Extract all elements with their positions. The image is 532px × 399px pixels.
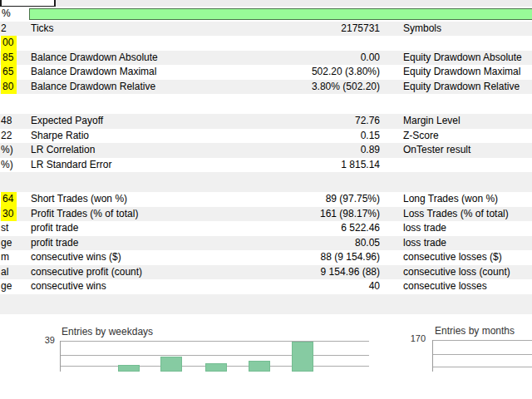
stat-value: 3.80% (502.20) xyxy=(312,80,380,95)
chart-plot-area xyxy=(432,340,532,372)
stat-label: Expected Payoff xyxy=(31,114,103,129)
stat-label: LR Standard Error xyxy=(31,158,111,173)
stat-value: 72.76 xyxy=(355,114,380,129)
stat-label: Short Trades (won %) xyxy=(31,192,127,207)
report-row[interactable]: %)LR Standard Error1 815.14 xyxy=(0,158,532,173)
report-row[interactable]: 80Balance Drawdown Relative3.80% (502.20… xyxy=(0,80,532,95)
stat-label-right: OnTester result xyxy=(403,143,470,158)
stat-label-right: Margin Level xyxy=(403,114,461,129)
stat-label: profit trade xyxy=(31,236,78,251)
stat-value: 0.15 xyxy=(361,129,380,144)
row-left-value-fragment: %) xyxy=(1,158,13,173)
histogram-bar xyxy=(205,363,227,372)
row-left-value-fragment: st xyxy=(1,221,8,236)
stat-label: consecutive wins xyxy=(31,279,106,294)
report-row[interactable]: 85Balance Drawdown Absolute0.00Equity Dr… xyxy=(0,51,532,66)
report-row[interactable]: 65Balance Drawdown Maximal502.20 (3.80%)… xyxy=(0,65,532,80)
stat-label: consecutive profit (count) xyxy=(31,265,142,280)
row-left-value-fragment: m xyxy=(1,250,9,265)
row-left-value-fragment: 00 xyxy=(1,36,17,51)
report-row[interactable]: geprofit trade80.05loss trade xyxy=(0,236,532,251)
report-row[interactable]: 48Expected Payoff72.76Margin Level xyxy=(0,114,532,129)
histogram-bar xyxy=(249,361,270,372)
stat-label: Balance Drawdown Absolute xyxy=(31,51,158,66)
stat-value: 88 (9 154.96) xyxy=(321,250,380,265)
top-toolbar-strip xyxy=(0,0,532,7)
row-left-value-fragment: 80 xyxy=(1,80,17,95)
stat-value: 161 (98.17%) xyxy=(320,207,380,222)
chart-title: Entries by weekdays xyxy=(62,326,153,337)
gridline xyxy=(433,367,532,367)
report-row[interactable]: 22Sharpe Ratio0.15Z-Score xyxy=(0,129,532,144)
stat-label-right: loss trade xyxy=(403,221,446,236)
stat-label-right: Symbols xyxy=(403,22,441,37)
row-left-value-fragment: %) xyxy=(1,143,13,158)
stat-label-right: Long Trades (won %) xyxy=(403,192,498,207)
chart-title: Entries by months xyxy=(435,325,515,337)
report-row[interactable]: mconsecutive wins ($)88 (9 154.96)consec… xyxy=(0,250,532,265)
stat-label-right: Equity Drawdown Maximal xyxy=(403,65,520,80)
row-left-value-fragment: 22 xyxy=(1,129,12,144)
gridline xyxy=(61,341,369,342)
gridline xyxy=(433,340,532,341)
stat-label-right: Equity Drawdown Relative xyxy=(403,80,520,95)
report-row[interactable] xyxy=(0,94,532,114)
stat-value: 0.89 xyxy=(361,143,380,158)
stat-label-right: consecutive losses xyxy=(403,279,487,294)
history-quality-value-fragment: % xyxy=(2,7,11,21)
y-axis-max-label: 39 xyxy=(30,335,55,345)
y-axis-max-label: 170 xyxy=(402,333,426,343)
stat-value: 40 xyxy=(369,279,380,294)
stat-value: 502.20 (3.80%) xyxy=(312,65,380,80)
stat-value: 0.00 xyxy=(361,51,380,66)
histogram-bar xyxy=(118,365,140,372)
row-left-value-fragment: 30 xyxy=(1,207,17,222)
row-left-value-fragment: 64 xyxy=(1,192,17,207)
stat-label: Balance Drawdown Maximal xyxy=(31,65,156,80)
report-row[interactable] xyxy=(0,172,532,192)
report-row[interactable]: 64Short Trades (won %)89 (97.75%)Long Tr… xyxy=(0,192,532,207)
stat-label-right: consecutive loss (count) xyxy=(403,265,510,280)
stat-label-right: Z-Score xyxy=(403,129,439,144)
stat-label: profit trade xyxy=(31,221,78,236)
stat-label: LR Correlation xyxy=(31,143,95,158)
stat-label: Balance Drawdown Relative xyxy=(31,80,155,95)
report-row[interactable]: 30Profit Trades (% of total)161 (98.17%)… xyxy=(0,207,532,222)
stat-label: Sharpe Ratio xyxy=(31,129,89,144)
stat-value: 80.05 xyxy=(355,236,380,251)
row-left-value-fragment: al xyxy=(1,265,8,280)
row-left-value-fragment: 48 xyxy=(1,114,12,129)
report-row[interactable]: 00 xyxy=(0,36,532,51)
stat-label-right: loss trade xyxy=(403,236,446,251)
stat-label: Profit Trades (% of total) xyxy=(31,207,138,222)
report-row[interactable]: alconsecutive profit (count)9 154.96 (88… xyxy=(0,265,532,280)
stat-value: 2175731 xyxy=(341,22,380,37)
stat-label-right: Equity Drawdown Absolute xyxy=(403,51,522,66)
report-row[interactable] xyxy=(0,294,532,314)
histogram-bar xyxy=(160,357,182,372)
gridline xyxy=(433,354,532,355)
history-quality-bar xyxy=(29,8,532,20)
report-row[interactable]: %)LR Correlation0.89OnTester result xyxy=(0,143,532,158)
row-left-value-fragment: 85 xyxy=(1,51,17,66)
stat-label-right: consecutive losses ($) xyxy=(403,250,502,265)
row-left-value-fragment: 65 xyxy=(1,65,17,80)
stat-label-right: Loss Trades (% of total) xyxy=(403,207,509,222)
stat-value: 9 154.96 (88) xyxy=(321,265,380,280)
history-quality-row[interactable]: % xyxy=(0,7,532,21)
report-row[interactable]: 2Ticks2175731Symbols xyxy=(0,22,532,37)
row-left-value-fragment: ge xyxy=(1,236,12,251)
report-row[interactable]: stprofit trade6 522.46loss trade xyxy=(0,221,532,236)
stat-label: Ticks xyxy=(31,22,54,37)
report-row[interactable]: geconsecutive wins40consecutive losses xyxy=(0,279,532,294)
row-left-value-fragment: 2 xyxy=(1,22,7,37)
row-left-value-fragment: ge xyxy=(1,279,12,294)
gridline xyxy=(61,355,369,356)
stat-value: 89 (97.75%) xyxy=(326,192,380,207)
histogram-bar xyxy=(292,342,313,372)
stat-label: consecutive wins ($) xyxy=(31,250,121,265)
mt5-backtest-report: % 2Ticks2175731Symbols0085Balance Drawdo… xyxy=(0,0,532,399)
stat-value: 1 815.14 xyxy=(341,158,380,173)
stat-value: 6 522.46 xyxy=(341,221,380,236)
chart-plot-area xyxy=(60,341,369,372)
